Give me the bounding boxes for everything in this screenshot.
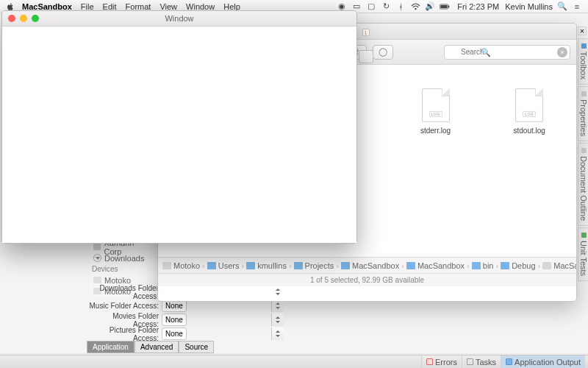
folder-icon [472, 262, 481, 269]
status-tasks[interactable]: Tasks [462, 355, 501, 368]
app-titlebar[interactable]: Window [2, 11, 356, 26]
ide-right-dock: × Toolbox Properties Document Outline Un… [578, 26, 588, 283]
window-controls [2, 15, 39, 22]
timemachine-icon[interactable]: ↻ [381, 1, 391, 12]
wifi-icon[interactable] [410, 1, 420, 12]
pictures-access-select[interactable]: None [162, 328, 187, 340]
folder-icon [93, 244, 101, 250]
entitlement-mode-tabs: Application Advanced Source [87, 341, 484, 353]
dock-tab-document-outline[interactable]: Document Outline [578, 143, 588, 226]
user-menu[interactable]: Kevin Mullins [505, 2, 553, 11]
path-crumb[interactable]: MacSandbox [542, 261, 576, 270]
battery-icon[interactable] [440, 1, 450, 12]
app-window: Window [1, 10, 357, 244]
path-crumb[interactable]: MacSandbox [406, 261, 465, 270]
tasks-icon [467, 358, 473, 365]
menu-help[interactable]: Help [223, 2, 240, 11]
apple-logo-icon[interactable] [6, 2, 15, 11]
folder-icon [341, 262, 350, 269]
app-icon [542, 262, 551, 269]
sidebar-section-devices: Devices [90, 263, 154, 275]
close-button[interactable] [8, 15, 15, 22]
menu-edit[interactable]: Edit [103, 2, 117, 11]
bluetooth-icon[interactable]: ᚼ [395, 1, 406, 12]
entitlement-label: Pictures Folder Access: [87, 326, 162, 342]
file-icon: LOG [515, 88, 543, 122]
tab-source[interactable]: Source [179, 341, 214, 353]
dock-close-icon[interactable]: × [578, 26, 587, 35]
search-icon: 🔍 [481, 48, 491, 57]
tags-button[interactable]: ◯ [373, 45, 393, 60]
dock-tab-unit-tests[interactable]: Unit Tests [578, 227, 588, 281]
path-crumb[interactable]: MacSandbox [341, 261, 399, 270]
path-crumb[interactable]: bin [472, 261, 494, 270]
path-crumb[interactable]: Projects [294, 261, 334, 270]
finder-pathbar: Motoko› Users› kmullins› Projects› MacSa… [158, 257, 576, 273]
menu-window[interactable]: Window [186, 2, 215, 11]
file-item[interactable]: LOG stderr.log [411, 88, 461, 135]
finder-status: 1 of 5 selected, 92.99 GB available [158, 273, 576, 286]
entitlement-row: Movies Folder Access: None [87, 313, 484, 327]
tab-advanced[interactable]: Advanced [135, 341, 179, 353]
notification-center-icon[interactable]: ≡ [572, 1, 582, 12]
dock-tab-toolbox[interactable]: Toolbox [578, 38, 588, 85]
toolbar-fragment [359, 50, 373, 63]
hdd-icon [93, 277, 101, 283]
menu-view[interactable]: View [159, 2, 177, 11]
hdd-icon [162, 262, 171, 269]
ide-statusbar: Errors Tasks Application Output [0, 355, 588, 368]
finder-title: 1 [362, 26, 373, 35]
file-item[interactable]: LOG stdout.log [504, 88, 554, 135]
volume-icon[interactable]: 🔊 [425, 1, 435, 12]
errors-icon [426, 358, 433, 365]
zoom-button[interactable] [32, 15, 39, 22]
clock[interactable]: Fri 2:23 PM [457, 2, 499, 11]
svg-rect-2 [448, 5, 449, 7]
entitlement-row: Pictures Folder Access: None [87, 327, 484, 341]
clear-search-button[interactable]: × [557, 47, 567, 57]
app-name[interactable]: MacSandbox [22, 2, 72, 11]
file-name: stderr.log [420, 127, 451, 135]
status-application-output[interactable]: Application Output [501, 355, 585, 368]
dock-tab-properties[interactable]: Properties [578, 86, 588, 141]
display-icon[interactable]: ▢ [366, 1, 376, 12]
tab-application[interactable]: Application [87, 341, 135, 353]
movies-access-select[interactable]: None [162, 314, 187, 326]
file-icon: LOG [422, 88, 450, 122]
path-crumb[interactable]: Motoko [162, 261, 200, 270]
finder-search: 🔍 × [444, 45, 570, 60]
file-name: stdout.log [514, 127, 545, 135]
folder-icon [246, 262, 255, 269]
path-crumb[interactable]: Debug [501, 261, 535, 270]
entitlement-label: Downloads Folder Access: [87, 284, 162, 300]
svg-point-0 [415, 7, 416, 9]
path-crumb[interactable]: Users [207, 261, 240, 270]
folder-icon [294, 262, 303, 269]
folder-icon [207, 262, 216, 269]
folder-icon [501, 262, 509, 269]
minimize-button[interactable] [20, 15, 27, 22]
menu-format[interactable]: Format [126, 2, 151, 11]
downloads-icon [93, 254, 101, 262]
status-errors[interactable]: Errors [421, 355, 462, 368]
output-icon [506, 358, 512, 365]
search-input[interactable] [444, 45, 570, 60]
folder-icon [406, 262, 415, 269]
spotlight-icon[interactable]: 🔍 [557, 1, 567, 12]
app-window-title: Window [165, 14, 193, 23]
svg-rect-3 [441, 4, 448, 7]
menu-file[interactable]: File [81, 2, 94, 11]
app-window-body[interactable] [2, 26, 356, 243]
path-crumb[interactable]: kmullins [246, 261, 287, 270]
entitlement-label: Music Folder Access: [87, 302, 162, 310]
